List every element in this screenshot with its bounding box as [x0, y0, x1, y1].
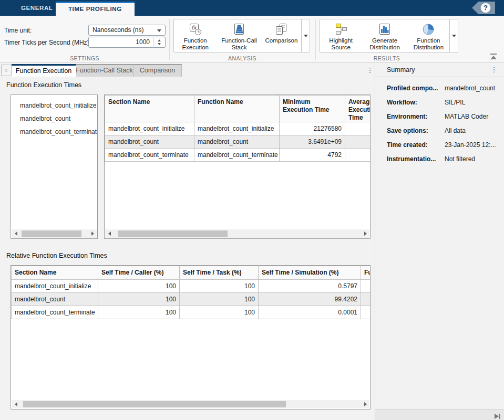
column-header-min-execution-time[interactable]: Minimum Execution Time [280, 96, 345, 122]
highlight-source-button-label: Highlight Source [320, 37, 362, 51]
function-call-stack-icon [232, 22, 246, 37]
chevron-down-icon [157, 29, 161, 32]
execution-times-hscrollbar[interactable] [105, 229, 369, 238]
table-row[interactable]: mandelbrot_count_terminate mandelbrot_co… [105, 149, 371, 162]
doc-tab-function-execution[interactable]: Function Execution [12, 64, 76, 77]
collapse-ribbon-icon [490, 54, 497, 55]
scroll-right-button[interactable] [361, 229, 369, 238]
column-header-self-time-caller[interactable]: Self Time / Caller (%) [98, 266, 180, 280]
function-execution-button[interactable]: fx Function Execution [174, 19, 217, 52]
relative-times-heading: Relative Function Execution Times [6, 252, 107, 259]
scroll-right-icon [91, 232, 94, 236]
comparison-icon [274, 22, 289, 37]
column-header-function-name[interactable]: Function Name [361, 266, 371, 280]
timer-ticks-label: Timer Ticks per Second (MHz): [4, 39, 91, 46]
summary-field-instrumentation: Instrumentatio... Not filtered [387, 155, 498, 170]
help-icon: ? [480, 3, 491, 13]
column-header-section-name[interactable]: Section Name [12, 266, 98, 280]
comparison-button-label: Comparison [265, 37, 297, 44]
scrollbar-track[interactable] [20, 400, 361, 408]
list-item[interactable]: mandelbrot_count_initialize [11, 99, 97, 112]
scrollbar-track[interactable] [114, 229, 361, 238]
generate-distribution-icon [377, 22, 392, 37]
summary-panel-header: Summary ⋮ [375, 63, 504, 77]
analysis-button-group: fx Function Execution Function-Call Stac… [173, 19, 310, 52]
document-bar-menu-button[interactable]: ≡ [1, 65, 12, 76]
function-distribution-button-label: Function Distribution [408, 37, 449, 51]
scrollbar-thumb[interactable] [23, 401, 286, 407]
spin-down-icon[interactable] [158, 43, 161, 45]
column-header-self-time-task[interactable]: Self Time / Task (%) [180, 266, 259, 280]
scroll-left-icon [108, 232, 111, 236]
function-execution-times-heading: Function Execution Times [6, 81, 81, 89]
doc-tab-function-call-stack[interactable]: Function-Call Stack [76, 64, 133, 77]
table-row[interactable]: mandelbrot_count_terminate 100 100 0.000… [12, 306, 371, 319]
function-execution-button-label: Function Execution [174, 37, 217, 51]
doc-tab-comparison[interactable]: Comparison [133, 64, 182, 77]
execution-times-table: Section Name Function Name Minimum Execu… [105, 95, 371, 162]
summary-field-save-options: Save options: All data [387, 127, 498, 141]
generate-distribution-button-label: Generate Distribution [362, 37, 407, 51]
ribbon-separator [169, 19, 170, 60]
time-unit-value: Nanoseconds (ns) [92, 26, 143, 34]
function-call-stack-button[interactable]: Function-Call Stack [217, 19, 261, 52]
function-distribution-button[interactable]: Function Distribution [408, 19, 449, 52]
scroll-left-icon [15, 232, 17, 236]
summary-panel: Summary ⋮ Profiled compo... mandelbrot_c… [375, 63, 504, 420]
comparison-button[interactable]: Comparison [262, 19, 301, 52]
results-gallery-dropdown[interactable] [449, 19, 458, 52]
function-list: mandelbrot_count_initialize mandelbrot_c… [11, 95, 97, 139]
table-row[interactable]: mandelbrot_count_initialize 100 100 0.57… [12, 280, 371, 293]
menu-icon: ≡ [5, 67, 8, 73]
summary-actions-button[interactable]: ⋮ [490, 66, 498, 74]
column-header-self-time-simulation[interactable]: Self Time / Simulation (%) [259, 266, 361, 280]
function-distribution-icon [421, 22, 436, 37]
tab-time-profiling[interactable]: TIME PROFILING [56, 2, 135, 16]
scroll-left-button[interactable] [12, 400, 20, 408]
scrollbar-thumb[interactable] [118, 230, 227, 237]
scroll-right-button[interactable] [361, 400, 369, 408]
spin-up-icon[interactable] [158, 39, 161, 41]
timer-ticks-stepper[interactable] [153, 37, 166, 48]
column-header-function-name[interactable]: Function Name [194, 96, 280, 122]
table-row[interactable]: mandelbrot_count_initialize mandelbrot_c… [105, 122, 371, 135]
scroll-left-icon [15, 402, 17, 406]
scroll-right-button[interactable] [88, 229, 97, 238]
scrollbar-track[interactable] [20, 229, 88, 238]
timer-ticks-input[interactable]: 1000 [88, 37, 153, 48]
generate-distribution-button[interactable]: Generate Distribution [362, 19, 407, 52]
scrollbar-thumb[interactable] [22, 230, 81, 237]
function-list-box: mandelbrot_count_initialize mandelbrot_c… [11, 94, 98, 239]
list-item[interactable]: mandelbrot_count [11, 112, 97, 125]
collapse-ribbon-button[interactable] [490, 54, 497, 60]
scroll-left-button[interactable] [12, 229, 20, 238]
column-header-avg-execution-time[interactable]: Average Execution Time [345, 96, 371, 122]
ellipsis-icon: ⋮ [491, 66, 498, 74]
collapse-panel-button[interactable] [494, 412, 500, 418]
toolstrip-tab-bar: GENERAL TIME PROFILING ? [0, 0, 504, 16]
document-actions-button[interactable]: ⋮ [366, 66, 374, 75]
chevron-down-icon [304, 35, 308, 37]
scroll-left-button[interactable] [105, 229, 114, 238]
summary-field-environment: Environment: MATLAB Coder [387, 113, 498, 127]
svg-text:fx: fx [191, 25, 197, 30]
analysis-gallery-dropdown[interactable] [301, 19, 310, 52]
time-unit-dropdown[interactable]: Nanoseconds (ns) [88, 25, 166, 36]
function-execution-icon: fx [188, 22, 203, 37]
relative-times-hscrollbar[interactable] [12, 400, 369, 408]
highlight-source-icon [334, 22, 348, 37]
summary-title: Summary [387, 66, 415, 74]
relative-times-table: Section Name Self Time / Caller (%) Self… [11, 266, 371, 319]
collapse-right-icon [494, 413, 500, 419]
function-list-hscrollbar[interactable] [12, 229, 97, 238]
column-header-section-name[interactable]: Section Name [105, 96, 194, 122]
help-button[interactable]: ? [472, 2, 495, 14]
execution-times-table-box: Section Name Function Name Minimum Execu… [104, 94, 371, 239]
table-row[interactable]: mandelbrot_count 100 100 99.4202 [12, 293, 371, 306]
summary-field-time-created: Time created: 23-Jan-2025 12:... [387, 141, 498, 155]
function-call-stack-button-label: Function-Call Stack [217, 37, 261, 51]
list-item[interactable]: mandelbrot_count_terminate [11, 125, 97, 139]
time-unit-label: Time unit: [4, 27, 32, 34]
highlight-source-button[interactable]: Highlight Source [320, 19, 362, 52]
table-row[interactable]: mandelbrot_count mandelbrot_count 3.6491… [105, 135, 371, 149]
